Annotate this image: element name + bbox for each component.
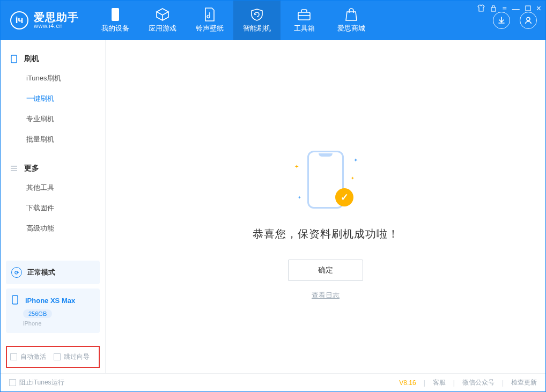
mode-label: 正常模式 <box>27 268 55 277</box>
top-nav: 我的设备 应用游戏 铃声壁纸 智能刷机 工具箱 爱思商城 <box>92 1 375 40</box>
device-type: iPhone <box>23 320 94 327</box>
checkbox-box <box>54 353 61 360</box>
status-link-support[interactable]: 客服 <box>433 378 446 387</box>
nav-smart-flash[interactable]: 智能刷机 <box>233 1 281 40</box>
flash-options-highlight: 自动激活 跳过向导 <box>6 346 100 368</box>
shirt-icon[interactable] <box>477 4 485 13</box>
checkbox-label: 阻止iTunes运行 <box>19 378 64 387</box>
maximize-button[interactable] <box>525 4 531 13</box>
window-controls: ≡ — × <box>477 4 541 13</box>
sparkle-icon: ✦ <box>351 176 355 181</box>
sidebar-item-itunes-flash[interactable]: iTunes刷机 <box>1 68 105 88</box>
checkbox-label: 自动激活 <box>20 352 46 361</box>
sparkle-icon: ✦ <box>294 164 299 169</box>
ok-button[interactable]: 确定 <box>288 260 363 281</box>
device-name: iPhone XS Max <box>25 297 75 305</box>
svg-point-3 <box>527 18 530 21</box>
checkbox-block-itunes[interactable]: 阻止iTunes运行 <box>9 378 64 387</box>
mode-icon: ⟳ <box>11 267 22 278</box>
menu-icon[interactable]: ≡ <box>502 4 506 13</box>
minimize-button[interactable]: — <box>512 4 520 13</box>
close-button[interactable]: × <box>536 4 541 13</box>
app-domain: www.i4.cn <box>34 23 79 29</box>
sidebar-item-oneclick-flash[interactable]: 一键刷机 <box>1 88 105 109</box>
lock-icon[interactable] <box>490 4 497 13</box>
toolbox-icon <box>297 8 311 21</box>
phone-icon <box>108 8 122 21</box>
app-window: iч 爱思助手 www.i4.cn 我的设备 应用游戏 铃声壁纸 智能刷机 <box>0 0 546 392</box>
sparkle-icon: ✦ <box>298 195 301 200</box>
svg-rect-4 <box>491 8 496 11</box>
music-file-icon <box>203 8 217 21</box>
nav-label: 工具箱 <box>294 24 315 33</box>
sidebar-scroll: 刷机 iTunes刷机 一键刷机 专业刷机 批量刷机 更多 其他工具 下载固件 … <box>1 40 105 261</box>
nav-apps-games[interactable]: 应用游戏 <box>139 1 186 40</box>
logo-icon: iч <box>10 11 28 29</box>
cube-icon <box>156 8 169 21</box>
status-link-wechat[interactable]: 微信公众号 <box>462 378 495 387</box>
device-cards: ⟳ 正常模式 iPhone XS Max 256GB iPhone <box>1 261 105 342</box>
svg-rect-10 <box>12 295 18 304</box>
nav-toolbox[interactable]: 工具箱 <box>281 1 328 40</box>
phone-small-icon <box>11 295 19 306</box>
sidebar-item-other-tools[interactable]: 其他工具 <box>1 177 105 198</box>
checkbox-label: 跳过向导 <box>64 352 90 361</box>
sidebar-group-title: 刷机 <box>24 54 39 64</box>
titlebar: iч 爱思助手 www.i4.cn 我的设备 应用游戏 铃声壁纸 智能刷机 <box>1 1 545 40</box>
sidebar-item-advanced[interactable]: 高级功能 <box>1 218 105 239</box>
refresh-shield-icon <box>250 8 264 21</box>
main-content: ✦ ✦ ✦ ✦ ✓ 恭喜您，保资料刷机成功啦！ 确定 查看日志 <box>106 40 545 373</box>
checkbox-auto-activate[interactable]: 自动激活 <box>10 352 46 361</box>
sidebar-group-title: 更多 <box>24 164 39 173</box>
nav-label: 爱思商城 <box>337 24 365 33</box>
success-illustration: ✦ ✦ ✦ ✦ ✓ <box>293 147 358 212</box>
account-button[interactable] <box>520 12 537 29</box>
nav-my-device[interactable]: 我的设备 <box>92 1 139 40</box>
success-message: 恭喜您，保资料刷机成功啦！ <box>253 227 399 241</box>
nav-label: 我的设备 <box>101 24 129 33</box>
checkbox-skip-guide[interactable]: 跳过向导 <box>54 352 90 361</box>
nav-store[interactable]: 爱思商城 <box>328 1 375 40</box>
sidebar-item-batch-flash[interactable]: 批量刷机 <box>1 129 105 150</box>
nav-label: 智能刷机 <box>243 24 271 33</box>
logo: iч 爱思助手 www.i4.cn <box>10 11 79 29</box>
check-badge-icon: ✓ <box>335 188 353 206</box>
sparkle-icon: ✦ <box>353 157 358 163</box>
version-label: V8.16 <box>399 379 416 387</box>
nav-label: 铃声壁纸 <box>196 24 224 33</box>
svg-rect-0 <box>112 8 119 21</box>
svg-rect-6 <box>11 55 17 63</box>
sidebar: 刷机 iTunes刷机 一键刷机 专业刷机 批量刷机 更多 其他工具 下载固件 … <box>1 40 106 373</box>
mode-card[interactable]: ⟳ 正常模式 <box>6 261 100 284</box>
body: 刷机 iTunes刷机 一键刷机 专业刷机 批量刷机 更多 其他工具 下载固件 … <box>1 40 545 373</box>
status-bar: 阻止iTunes运行 V8.16 | 客服 | 微信公众号 | 检查更新 <box>1 373 545 391</box>
download-button[interactable] <box>493 12 510 29</box>
bag-icon <box>344 8 358 21</box>
sidebar-group-flash: 刷机 <box>1 50 105 68</box>
svg-rect-1 <box>298 12 310 20</box>
nav-ringtones-wallpapers[interactable]: 铃声壁纸 <box>186 1 233 40</box>
sidebar-group-more: 更多 <box>1 159 105 177</box>
svg-rect-5 <box>526 6 530 11</box>
sidebar-item-download-firmware[interactable]: 下载固件 <box>1 198 105 218</box>
nav-label: 应用游戏 <box>149 24 176 33</box>
status-link-update[interactable]: 检查更新 <box>511 378 537 387</box>
checkbox-box <box>10 353 17 360</box>
view-log-link[interactable]: 查看日志 <box>312 291 340 300</box>
app-name: 爱思助手 <box>34 12 79 23</box>
sidebar-item-pro-flash[interactable]: 专业刷机 <box>1 109 105 129</box>
checkbox-box <box>9 379 16 386</box>
device-card[interactable]: iPhone XS Max 256GB iPhone <box>6 289 100 333</box>
titlebar-right <box>493 12 540 29</box>
device-storage-badge: 256GB <box>23 309 52 318</box>
list-icon <box>10 165 19 172</box>
device-icon <box>10 55 19 63</box>
